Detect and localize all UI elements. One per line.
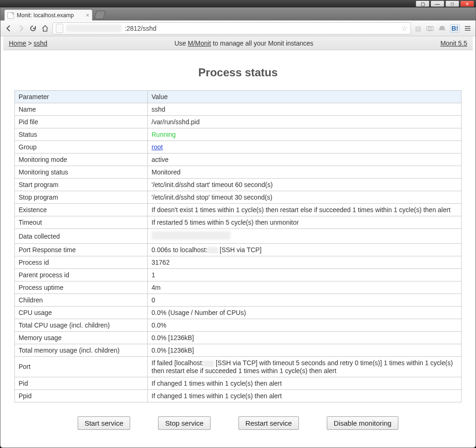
param-name: Data collected xyxy=(15,229,148,244)
param-value: If changed 1 times within 1 cycle(s) the… xyxy=(148,389,462,402)
back-button[interactable] xyxy=(4,24,13,33)
param-name: Pid file xyxy=(15,116,148,128)
address-bar[interactable]: :2812/sshd ☆ xyxy=(53,22,411,34)
home-button[interactable] xyxy=(40,24,50,33)
param-name: Pid xyxy=(15,377,148,389)
os-maximize-button[interactable]: □ xyxy=(445,0,459,7)
param-value: root xyxy=(148,141,462,154)
browser-window: Monit: localhost.examp × :2812/sshd ☆ ▤ xyxy=(0,7,476,448)
param-value: '/etc/init.d/sshd stop' timeout 30 secon… xyxy=(148,191,462,204)
start-service-button[interactable]: Start service xyxy=(78,416,130,430)
table-row: Total CPU usage (incl. children)0.0% xyxy=(15,319,462,332)
param-name: Memory usage xyxy=(15,332,148,344)
param-name: Status xyxy=(15,128,148,141)
table-row: Monitoring modeactive xyxy=(15,154,462,166)
bookmark-star-icon[interactable]: ☆ xyxy=(401,24,408,33)
table-row: TimeoutIf restarted 5 times within 5 cyc… xyxy=(15,216,462,229)
tab-title: Monit: localhost.examp xyxy=(17,12,84,19)
monit-version-link[interactable]: Monit 5.5 xyxy=(440,40,467,47)
param-name: Children xyxy=(15,294,148,307)
ext-drive-icon[interactable] xyxy=(438,24,446,33)
col-parameter: Parameter xyxy=(15,91,148,103)
stop-service-button[interactable]: Stop service xyxy=(158,416,211,430)
os-titlebar: ▢ — □ ✕ xyxy=(0,0,476,7)
param-value: If failed [localhost: [SSH via TCP] with… xyxy=(148,357,462,377)
url-path: :2812/sshd xyxy=(125,25,157,32)
svg-point-1 xyxy=(429,27,431,30)
table-row: Port Response time0.006s to localhost: [… xyxy=(15,244,462,256)
os-minimize-button[interactable]: — xyxy=(430,0,444,7)
param-value: If doesn't exist 1 times within 1 cycle(… xyxy=(148,204,462,216)
table-row: Process uptime4m xyxy=(15,281,462,294)
param-value: 0.0% [1236kB] xyxy=(148,344,462,357)
action-buttons: Start service Stop service Restart servi… xyxy=(14,416,462,430)
table-row: PidIf changed 1 times within 1 cycle(s) … xyxy=(15,377,462,389)
table-row: Memory usage0.0% [1236kB] xyxy=(15,332,462,344)
table-row: Monitoring statusMonitored xyxy=(15,166,462,179)
table-row: Stop program'/etc/init.d/sshd stop' time… xyxy=(15,191,462,204)
param-value: '/etc/init.d/sshd start' timeout 60 seco… xyxy=(148,179,462,191)
param-value: 1 xyxy=(148,269,462,281)
disable-monitoring-button[interactable]: Disable monitoring xyxy=(327,416,398,430)
breadcrumb-sshd-link[interactable]: sshd xyxy=(33,40,47,47)
param-value: If changed 1 times within 1 cycle(s) the… xyxy=(148,377,462,389)
param-name: Port Response time xyxy=(15,244,148,256)
site-icon xyxy=(56,24,63,33)
blurred-host xyxy=(66,25,122,32)
params-table: Parameter Value NamesshdPid file/var/run… xyxy=(14,90,462,402)
toolbar-right-icons: ▤ B! xyxy=(414,24,472,33)
restart-service-button[interactable]: Restart service xyxy=(238,416,299,430)
table-row: ExistenceIf doesn't exist 1 times within… xyxy=(15,204,462,216)
table-row: Children0 xyxy=(15,294,462,307)
param-name: CPU usage xyxy=(15,307,148,319)
param-name: Total CPU usage (incl. children) xyxy=(15,319,148,332)
param-value: 31762 xyxy=(148,256,462,269)
table-row: Parent process id1 xyxy=(15,269,462,281)
ext-hatena-icon[interactable]: B! xyxy=(450,24,460,33)
param-name: Stop program xyxy=(15,191,148,204)
table-row: Total memory usage (incl. children)0.0% … xyxy=(15,344,462,357)
group-link[interactable]: root xyxy=(152,143,163,151)
new-tab-button[interactable] xyxy=(94,11,106,19)
param-name: Monitoring mode xyxy=(15,154,148,166)
param-name: Ppid xyxy=(15,389,148,402)
page-viewport[interactable]: Home > sshd Use M/Monit to manage all yo… xyxy=(3,36,473,445)
mmonit-link[interactable]: M/Monit xyxy=(188,40,211,47)
topbar-promo: Use M/Monit to manage all your Monit ins… xyxy=(47,40,441,47)
breadcrumb: Home > sshd xyxy=(9,40,47,47)
browser-tab[interactable]: Monit: localhost.examp × xyxy=(4,9,93,20)
monit-topbar: Home > sshd Use M/Monit to manage all yo… xyxy=(3,36,473,50)
param-value: 0.006s to localhost: [SSH via TCP] xyxy=(148,244,462,256)
param-value: active xyxy=(148,154,462,166)
param-value: 0 xyxy=(148,294,462,307)
blurred-value xyxy=(204,361,214,367)
table-row: Process id31762 xyxy=(15,256,462,269)
param-name: Existence xyxy=(15,204,148,216)
param-value: 0.0% [1236kB] xyxy=(148,332,462,344)
table-row: Namesshd xyxy=(15,103,462,116)
param-name: Group xyxy=(15,141,148,154)
param-value: Monitored xyxy=(148,166,462,179)
table-row: Start program'/etc/init.d/sshd start' ti… xyxy=(15,179,462,191)
table-row: PortIf failed [localhost: [SSH via TCP] … xyxy=(15,357,462,377)
os-anon-button[interactable]: ▢ xyxy=(416,0,430,7)
param-value xyxy=(148,229,462,244)
browser-menu-icon[interactable] xyxy=(463,24,472,33)
param-value: sshd xyxy=(148,103,462,116)
ext-camera-icon[interactable] xyxy=(426,24,434,33)
tab-close-icon[interactable]: × xyxy=(86,12,89,19)
param-name: Total memory usage (incl. children) xyxy=(15,344,148,357)
param-value: 0.0% (Usage / Number of CPUs) xyxy=(148,307,462,319)
param-value: 4m xyxy=(148,281,462,294)
breadcrumb-home-link[interactable]: Home xyxy=(9,40,26,47)
table-row: Grouproot xyxy=(15,141,462,154)
param-value: 0.0% xyxy=(148,319,462,332)
param-value: /var/run/sshd.pid xyxy=(148,116,462,128)
reload-button[interactable] xyxy=(28,24,38,33)
param-name: Process uptime xyxy=(15,281,148,294)
forward-button[interactable] xyxy=(16,24,26,33)
blurred-value xyxy=(208,247,218,254)
os-close-button[interactable]: ✕ xyxy=(460,0,474,7)
param-name: Process id xyxy=(15,256,148,269)
ext-icon-1[interactable]: ▤ xyxy=(414,24,422,33)
